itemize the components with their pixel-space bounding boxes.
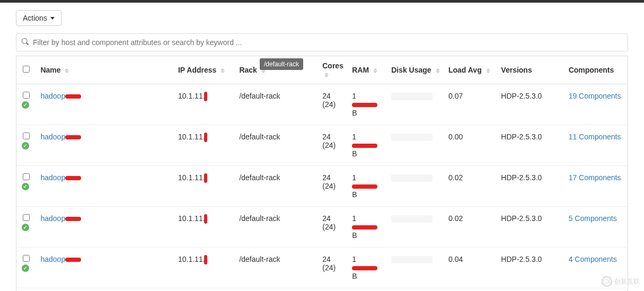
version-cell: HDP-2.5.3.0 [497,166,564,207]
search-icon [22,38,29,47]
row-checkbox[interactable] [23,173,30,180]
disk-cell [387,166,444,207]
header-disk[interactable]: Disk Usage [387,56,444,84]
version-cell: HDP-2.5.3.0 [497,84,564,125]
header-ram[interactable]: RAM [348,56,387,84]
ip-cell: 10.1.11. [174,166,235,207]
header-checkbox-cell [16,56,37,84]
actions-row: Actions [16,3,628,33]
cores-cell: 24(24) [318,288,348,292]
cores-cell: 24(24) [318,84,348,125]
disk-cell [387,84,444,125]
host-name-link[interactable]: hadoop [40,214,65,223]
rack-cell: /default-rack [235,207,318,248]
ip-cell: 10.1.11. [174,288,235,292]
header-versions: Versions [497,56,564,84]
watermark-text: 创新互联 [614,277,640,286]
host-name-link[interactable]: hadoop [40,173,65,182]
header-cores[interactable]: Cores [318,56,348,84]
load-cell: 0.02 [444,166,497,207]
watermark-icon: CX [602,276,612,287]
cores-cell: 24(24) [318,207,348,248]
disk-cell [387,288,444,292]
actions-label: Actions [23,14,47,22]
host-name-link[interactable]: hadoop [40,255,65,263]
redaction [204,173,207,183]
load-cell: 0.00 [444,125,497,166]
rack-cell: /default-rack [235,248,318,288]
load-cell: 0.04 [444,248,497,288]
disk-usage-bar [391,256,433,263]
status-ok-icon: ✓ [22,183,29,190]
table-row: ✓ hadoop 10.1.11. /default-rack 24(24) 1… [16,125,628,166]
ip-cell: 10.1.11. [174,248,235,288]
load-cell: 0.02 [444,207,497,248]
select-all-checkbox[interactable] [23,66,30,73]
ram-cell: 1B [348,288,387,292]
disk-usage-bar [391,93,433,100]
redaction [65,258,81,262]
redaction [352,184,377,189]
components-link[interactable]: 11 Components [569,133,621,141]
watermark: CX 创新互联 [602,276,640,287]
redaction [352,225,377,230]
sort-icon [486,68,490,73]
redaction [65,135,81,139]
header-load[interactable]: Load Avg [444,56,497,84]
ip-cell: 10.1.11. [174,207,235,248]
redaction [204,214,207,224]
row-checkbox[interactable] [23,214,30,221]
redaction [352,266,377,270]
filter-input[interactable] [33,38,622,47]
sort-icon [65,68,69,73]
components-link[interactable]: 4 Components [569,255,617,263]
status-ok-icon: ✓ [22,142,29,149]
sort-icon [436,68,440,73]
header-name[interactable]: Name [36,56,174,84]
disk-cell [387,207,444,248]
version-cell: HDP-2.5.3.0 [497,288,564,292]
cores-cell: 24(24) [318,125,348,166]
row-checkbox[interactable] [23,92,30,99]
caret-down-icon [50,17,55,20]
components-link[interactable]: 17 Components [569,173,621,182]
status-ok-icon: ✓ [22,101,29,109]
table-header-row: Name IP Address Rack Cores RAM [16,56,628,84]
sort-icon [220,68,225,73]
components-link[interactable]: 5 Components [569,214,617,223]
status-ok-icon: ✓ [22,224,29,231]
status-ok-icon: ✓ [22,264,29,272]
rack-tooltip: /default-rack [260,58,303,70]
disk-usage-bar [391,215,433,223]
table-row: ✓ hadoop 10.1.11. /default-rack 24(24) 1… [16,288,628,292]
ram-cell: 1B [348,84,387,125]
load-cell: 0.07 [444,84,497,125]
version-cell: HDP-2.5.3.0 [497,125,564,166]
rack-cell: /default-rack [235,125,318,166]
row-checkbox[interactable] [23,133,30,139]
redaction [204,255,207,264]
table-row: ✓ hadoop 10.1.11. /default-rack 24(24) 1… [16,166,628,207]
ram-cell: 1B [348,248,387,288]
redaction [65,176,81,180]
host-name-link[interactable]: hadoop [40,92,65,100]
header-ip[interactable]: IP Address [174,56,235,84]
rack-cell: /default-rack [235,84,318,125]
host-name-link[interactable]: hadoop [40,133,65,141]
disk-cell [387,125,444,166]
table-row: ✓ hadoop 10.1.11. /default-rack 24(24) 1… [16,84,628,125]
rack-cell: /default-rack [235,288,318,292]
header-components: Components [564,56,628,84]
components-link[interactable]: 19 Components [569,92,621,100]
redaction [352,103,377,107]
row-checkbox[interactable] [23,255,30,262]
disk-cell [387,248,444,288]
redaction [204,92,207,101]
ram-cell: 1B [348,207,387,248]
table-row: ✓ hadoop 10.1.11. /default-rack 24(24) 1… [16,248,628,288]
hosts-table: Name IP Address Rack Cores RAM [16,56,628,291]
cores-cell: 24(24) [318,248,348,288]
sort-icon [373,68,377,73]
actions-dropdown-button[interactable]: Actions [16,10,61,26]
load-cell: 0.01 [444,288,497,292]
